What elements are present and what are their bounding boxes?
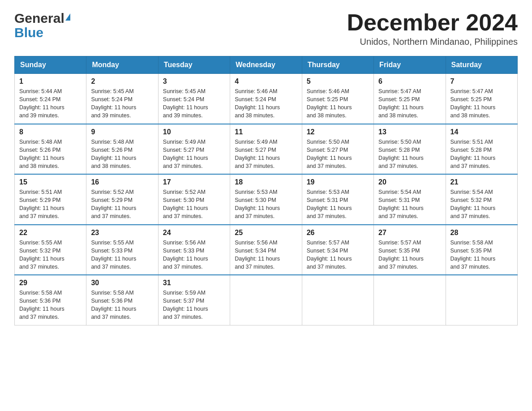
calendar-cell: 10Sunrise: 5:49 AMSunset: 5:27 PMDayligh… xyxy=(158,124,230,175)
day-number: 15 xyxy=(19,178,82,186)
day-number: 11 xyxy=(235,128,297,136)
day-info: Sunrise: 5:52 AMSunset: 5:29 PMDaylight:… xyxy=(91,188,153,221)
day-info: Sunrise: 5:52 AMSunset: 5:30 PMDaylight:… xyxy=(163,188,225,221)
calendar-cell: 18Sunrise: 5:53 AMSunset: 5:30 PMDayligh… xyxy=(230,174,302,225)
calendar-cell: 25Sunrise: 5:56 AMSunset: 5:34 PMDayligh… xyxy=(230,225,302,275)
calendar-cell: 31Sunrise: 5:59 AMSunset: 5:37 PMDayligh… xyxy=(158,275,230,325)
day-number: 23 xyxy=(91,229,153,237)
day-number: 18 xyxy=(235,178,297,186)
calendar-week-row: 22Sunrise: 5:55 AMSunset: 5:32 PMDayligh… xyxy=(15,225,518,275)
day-number: 2 xyxy=(91,77,153,86)
calendar-cell: 5Sunrise: 5:46 AMSunset: 5:25 PMDaylight… xyxy=(302,74,373,124)
day-info: Sunrise: 5:51 AMSunset: 5:29 PMDaylight:… xyxy=(19,188,82,221)
day-number: 17 xyxy=(163,178,225,186)
col-wednesday: Wednesday xyxy=(230,56,302,74)
day-number: 27 xyxy=(378,229,441,237)
day-info: Sunrise: 5:55 AMSunset: 5:33 PMDaylight:… xyxy=(91,239,153,271)
day-number: 5 xyxy=(307,77,369,86)
day-number: 28 xyxy=(450,229,513,237)
day-info: Sunrise: 5:48 AMSunset: 5:26 PMDaylight:… xyxy=(19,138,82,171)
calendar-header-row: Sunday Monday Tuesday Wednesday Thursday… xyxy=(15,56,518,74)
day-number: 21 xyxy=(450,178,513,186)
day-number: 4 xyxy=(235,77,297,86)
calendar-week-row: 8Sunrise: 5:48 AMSunset: 5:26 PMDaylight… xyxy=(15,124,518,175)
day-info: Sunrise: 5:46 AMSunset: 5:25 PMDaylight:… xyxy=(307,87,369,120)
logo: General Blue xyxy=(14,11,70,40)
day-number: 16 xyxy=(91,178,153,186)
day-number: 7 xyxy=(450,77,513,86)
day-info: Sunrise: 5:58 AMSunset: 5:36 PMDaylight:… xyxy=(19,289,82,321)
day-info: Sunrise: 5:47 AMSunset: 5:25 PMDaylight:… xyxy=(378,87,441,120)
calendar-cell: 4Sunrise: 5:46 AMSunset: 5:24 PMDaylight… xyxy=(230,74,302,124)
calendar-cell: 6Sunrise: 5:47 AMSunset: 5:25 PMDaylight… xyxy=(374,74,446,124)
day-info: Sunrise: 5:50 AMSunset: 5:28 PMDaylight:… xyxy=(378,138,441,171)
calendar-cell: 12Sunrise: 5:50 AMSunset: 5:27 PMDayligh… xyxy=(302,124,373,175)
day-number: 14 xyxy=(450,128,513,136)
day-info: Sunrise: 5:59 AMSunset: 5:37 PMDaylight:… xyxy=(163,289,225,321)
day-info: Sunrise: 5:47 AMSunset: 5:25 PMDaylight:… xyxy=(450,87,513,120)
calendar-cell: 7Sunrise: 5:47 AMSunset: 5:25 PMDaylight… xyxy=(446,74,517,124)
day-info: Sunrise: 5:56 AMSunset: 5:33 PMDaylight:… xyxy=(163,239,225,271)
day-number: 29 xyxy=(19,279,82,287)
day-number: 22 xyxy=(19,229,82,237)
day-info: Sunrise: 5:48 AMSunset: 5:26 PMDaylight:… xyxy=(91,138,153,171)
day-info: Sunrise: 5:56 AMSunset: 5:34 PMDaylight:… xyxy=(235,239,297,271)
day-number: 30 xyxy=(91,279,153,287)
day-info: Sunrise: 5:50 AMSunset: 5:27 PMDaylight:… xyxy=(307,138,369,171)
day-info: Sunrise: 5:51 AMSunset: 5:28 PMDaylight:… xyxy=(450,138,513,171)
day-info: Sunrise: 5:49 AMSunset: 5:27 PMDaylight:… xyxy=(163,138,225,171)
day-number: 26 xyxy=(307,229,369,237)
calendar-cell: 28Sunrise: 5:58 AMSunset: 5:35 PMDayligh… xyxy=(446,225,517,275)
calendar-week-row: 15Sunrise: 5:51 AMSunset: 5:29 PMDayligh… xyxy=(15,174,518,225)
day-info: Sunrise: 5:53 AMSunset: 5:31 PMDaylight:… xyxy=(307,188,369,221)
calendar-cell xyxy=(374,275,446,325)
calendar-cell: 26Sunrise: 5:57 AMSunset: 5:34 PMDayligh… xyxy=(302,225,373,275)
day-number: 25 xyxy=(235,229,297,237)
calendar-cell: 22Sunrise: 5:55 AMSunset: 5:32 PMDayligh… xyxy=(15,225,86,275)
day-info: Sunrise: 5:57 AMSunset: 5:35 PMDaylight:… xyxy=(378,239,441,271)
col-saturday: Saturday xyxy=(446,56,517,74)
calendar-cell: 11Sunrise: 5:49 AMSunset: 5:27 PMDayligh… xyxy=(230,124,302,175)
calendar-cell: 13Sunrise: 5:50 AMSunset: 5:28 PMDayligh… xyxy=(374,124,446,175)
day-info: Sunrise: 5:55 AMSunset: 5:32 PMDaylight:… xyxy=(19,239,82,271)
day-info: Sunrise: 5:57 AMSunset: 5:34 PMDaylight:… xyxy=(307,239,369,271)
logo-triangle-icon xyxy=(65,13,70,21)
day-number: 6 xyxy=(378,77,441,86)
day-number: 8 xyxy=(19,128,82,136)
calendar-cell: 15Sunrise: 5:51 AMSunset: 5:29 PMDayligh… xyxy=(15,174,86,225)
day-info: Sunrise: 5:45 AMSunset: 5:24 PMDaylight:… xyxy=(91,87,153,120)
day-number: 12 xyxy=(307,128,369,136)
day-number: 1 xyxy=(19,77,82,86)
day-info: Sunrise: 5:58 AMSunset: 5:35 PMDaylight:… xyxy=(450,239,513,271)
calendar-cell: 24Sunrise: 5:56 AMSunset: 5:33 PMDayligh… xyxy=(158,225,230,275)
day-info: Sunrise: 5:45 AMSunset: 5:24 PMDaylight:… xyxy=(163,87,225,120)
calendar-cell xyxy=(446,275,517,325)
calendar-cell: 3Sunrise: 5:45 AMSunset: 5:24 PMDaylight… xyxy=(158,74,230,124)
title-section: December 2024 Unidos, Northern Mindanao,… xyxy=(347,11,518,47)
day-number: 3 xyxy=(163,77,225,86)
day-number: 13 xyxy=(378,128,441,136)
day-number: 24 xyxy=(163,229,225,237)
day-info: Sunrise: 5:53 AMSunset: 5:30 PMDaylight:… xyxy=(235,188,297,221)
logo-blue-text: Blue xyxy=(14,25,43,40)
day-info: Sunrise: 5:54 AMSunset: 5:31 PMDaylight:… xyxy=(378,188,441,221)
calendar-cell xyxy=(230,275,302,325)
calendar-cell: 2Sunrise: 5:45 AMSunset: 5:24 PMDaylight… xyxy=(86,74,158,124)
calendar-cell: 16Sunrise: 5:52 AMSunset: 5:29 PMDayligh… xyxy=(86,174,158,225)
col-monday: Monday xyxy=(86,56,158,74)
col-thursday: Thursday xyxy=(302,56,373,74)
month-title: December 2024 xyxy=(347,11,518,34)
col-sunday: Sunday xyxy=(15,56,86,74)
day-info: Sunrise: 5:46 AMSunset: 5:24 PMDaylight:… xyxy=(235,87,297,120)
day-number: 31 xyxy=(163,279,225,287)
calendar-cell: 29Sunrise: 5:58 AMSunset: 5:36 PMDayligh… xyxy=(15,275,86,325)
calendar-cell: 1Sunrise: 5:44 AMSunset: 5:24 PMDaylight… xyxy=(15,74,86,124)
day-info: Sunrise: 5:49 AMSunset: 5:27 PMDaylight:… xyxy=(235,138,297,171)
col-tuesday: Tuesday xyxy=(158,56,230,74)
day-number: 10 xyxy=(163,128,225,136)
location-text: Unidos, Northern Mindanao, Philippines xyxy=(347,37,518,47)
day-info: Sunrise: 5:54 AMSunset: 5:32 PMDaylight:… xyxy=(450,188,513,221)
day-number: 19 xyxy=(307,178,369,186)
day-info: Sunrise: 5:58 AMSunset: 5:36 PMDaylight:… xyxy=(91,289,153,321)
calendar-cell: 21Sunrise: 5:54 AMSunset: 5:32 PMDayligh… xyxy=(446,174,517,225)
